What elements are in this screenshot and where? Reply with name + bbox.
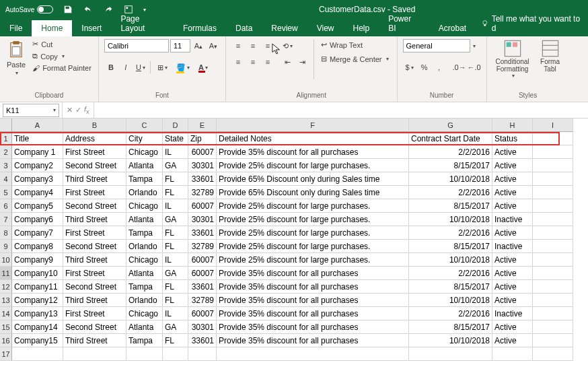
cell[interactable]: Company11 [12, 280, 63, 294]
align-top-icon[interactable]: ≡ [231, 39, 245, 53]
cell[interactable]: Second Street [63, 320, 126, 334]
cell[interactable]: Provide 25% discount for large purchases… [217, 226, 409, 240]
copy-button[interactable]: ⧉Copy▾ [31, 51, 93, 61]
col-head-G[interactable]: G [409, 118, 492, 132]
decrease-decimal-icon[interactable]: ←.0 [468, 61, 481, 74]
cell[interactable]: Company15 [12, 334, 63, 347]
cell[interactable]: 60007 [188, 267, 217, 280]
cell[interactable]: FL [163, 294, 188, 307]
select-all-corner[interactable] [0, 118, 12, 132]
row-head-14[interactable]: 14 [0, 307, 12, 320]
cell[interactable]: First Street [63, 226, 126, 240]
cell[interactable]: 30301 [188, 213, 217, 226]
cell[interactable]: Atlanta [126, 267, 163, 280]
cell[interactable]: GA [163, 267, 188, 280]
cell[interactable]: 33601 [188, 226, 217, 240]
row-head-1[interactable]: 1 [0, 132, 12, 145]
cell[interactable]: Active [492, 294, 533, 307]
cell[interactable]: IL [163, 145, 188, 159]
align-middle-icon[interactable]: ≡ [246, 39, 260, 53]
tab-file[interactable]: File [0, 20, 32, 36]
tab-help[interactable]: Help [343, 20, 379, 36]
cell[interactable]: GA [163, 213, 188, 226]
cell[interactable]: Active [492, 145, 533, 159]
cell[interactable]: Third Street [63, 294, 126, 307]
fx-icon[interactable]: fx [84, 105, 89, 115]
cell[interactable]: Active [492, 226, 533, 240]
cell[interactable]: 10/10/2018 [409, 172, 492, 186]
row-head-12[interactable]: 12 [0, 280, 12, 294]
fill-color-button[interactable]: 🪣▾ [174, 61, 192, 74]
cell[interactable]: 8/15/2017 [409, 159, 492, 172]
tab-formulas[interactable]: Formulas [174, 20, 226, 36]
font-name-select[interactable] [104, 39, 169, 53]
cell[interactable]: IL [163, 307, 188, 320]
enter-formula-icon[interactable]: ✓ [75, 106, 81, 114]
col-head-E[interactable]: E [188, 118, 217, 132]
format-as-table-button[interactable]: Forma Tabl [537, 39, 564, 73]
row-head-9[interactable]: 9 [0, 240, 12, 253]
cell[interactable] [409, 347, 492, 361]
cell[interactable]: 2/2/2016 [409, 307, 492, 320]
tab-page-layout[interactable]: Page Layout [111, 11, 174, 36]
cell[interactable]: Status [492, 132, 533, 145]
cell[interactable]: Company10 [12, 267, 63, 280]
cell[interactable]: 33601 [188, 334, 217, 347]
cell[interactable]: Company8 [12, 240, 63, 253]
autosave-toggle[interactable]: AutoSave [5, 5, 53, 13]
cell[interactable] [492, 347, 533, 361]
save-icon[interactable] [61, 3, 75, 16]
cell[interactable]: Active [492, 320, 533, 334]
cell[interactable]: Title [12, 132, 63, 145]
cell[interactable]: 2/2/2016 [409, 226, 492, 240]
cell[interactable]: First Street [63, 307, 126, 320]
cell[interactable]: Tampa [126, 334, 163, 347]
row-head-15[interactable]: 15 [0, 320, 12, 334]
row-head-16[interactable]: 16 [0, 334, 12, 347]
cell[interactable] [533, 320, 573, 334]
cell[interactable]: Provide 35% discount for all purchases [217, 145, 409, 159]
col-head-C[interactable]: C [126, 118, 163, 132]
cell[interactable]: 8/15/2017 [409, 280, 492, 294]
cell[interactable]: GA [163, 320, 188, 334]
col-head-B[interactable]: B [63, 118, 126, 132]
cell[interactable]: Company5 [12, 199, 63, 213]
cell[interactable]: Chicago [126, 199, 163, 213]
cell[interactable] [533, 280, 573, 294]
cell[interactable]: Provide 35% discount for all purchases [217, 307, 409, 320]
cells-area[interactable]: TitleAddressCityStateZipDetailed NotesCo… [12, 132, 588, 361]
cell[interactable] [533, 267, 573, 280]
cell[interactable]: Second Street [63, 159, 126, 172]
cell[interactable]: Provide 35% discount for all purchases [217, 267, 409, 280]
cell[interactable]: 2/2/2016 [409, 145, 492, 159]
cell[interactable]: Third Street [63, 253, 126, 267]
cell[interactable]: Address [63, 132, 126, 145]
cell[interactable]: Company4 [12, 186, 63, 199]
cell[interactable]: Company2 [12, 159, 63, 172]
cell[interactable]: Provide 35% discount for all purchases [217, 280, 409, 294]
cell[interactable]: City [126, 132, 163, 145]
name-box[interactable]: K11 ▾ [3, 104, 59, 117]
number-format-select[interactable] [403, 39, 470, 53]
cell[interactable]: Company7 [12, 226, 63, 240]
cell[interactable]: 60007 [188, 253, 217, 267]
cell[interactable]: Company12 [12, 294, 63, 307]
italic-button[interactable]: I [119, 61, 133, 74]
row-head-8[interactable]: 8 [0, 226, 12, 240]
cell[interactable] [12, 347, 63, 361]
cell[interactable] [533, 334, 573, 347]
cell[interactable]: Provide 35% discount for all purchases [217, 294, 409, 307]
tab-power-bi[interactable]: Power BI [379, 11, 429, 36]
cell[interactable]: 33601 [188, 280, 217, 294]
cell[interactable] [533, 132, 573, 145]
conditional-formatting-button[interactable]: Conditional Formatting▾ [492, 39, 533, 79]
cell[interactable]: Chicago [126, 145, 163, 159]
paste-button[interactable]: Paste ▾ [5, 39, 27, 77]
cell[interactable]: 8/15/2017 [409, 320, 492, 334]
cell[interactable]: Third Street [63, 172, 126, 186]
border-button[interactable]: ⊞▾ [153, 61, 172, 74]
cell[interactable]: Chicago [126, 307, 163, 320]
cell[interactable]: Active [492, 334, 533, 347]
col-head-D[interactable]: D [163, 118, 188, 132]
col-head-A[interactable]: A [12, 118, 63, 132]
